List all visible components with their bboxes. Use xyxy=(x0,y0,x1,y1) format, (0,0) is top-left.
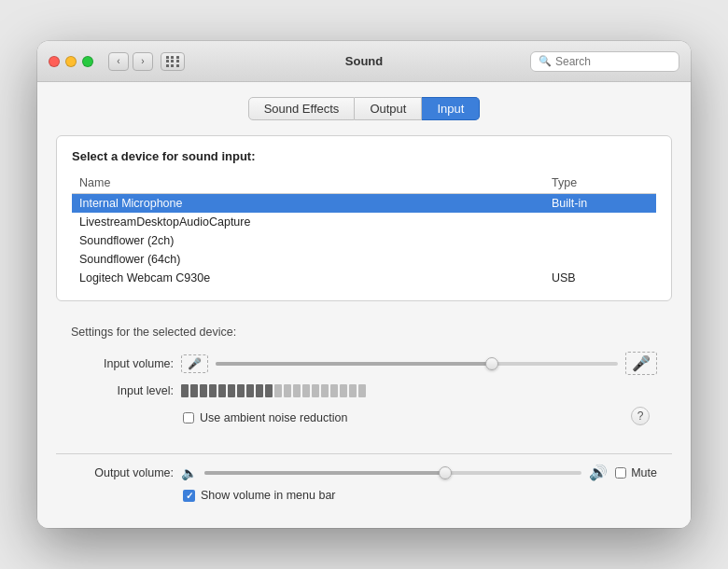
device-type xyxy=(544,231,656,250)
input-volume-label: Input volume: xyxy=(71,357,174,370)
level-bar xyxy=(181,384,189,397)
level-bar xyxy=(228,384,235,397)
separator xyxy=(56,453,672,454)
device-panel: Select a device for sound input: Name Ty… xyxy=(56,135,672,301)
search-box[interactable]: 🔍 xyxy=(530,51,679,72)
help-button[interactable]: ? xyxy=(631,407,650,425)
level-bar xyxy=(321,384,329,397)
device-name: Soundflower (64ch) xyxy=(72,250,544,269)
bottom-section: Output volume: 🔈 🔊 Mute Show volume in xyxy=(56,464,672,509)
level-bar xyxy=(265,384,273,397)
search-icon: 🔍 xyxy=(539,55,552,67)
level-bar xyxy=(209,384,217,397)
output-volume-label: Output volume: xyxy=(71,466,174,479)
level-bar xyxy=(330,384,338,397)
level-bar xyxy=(284,384,291,397)
level-bar xyxy=(256,384,263,397)
forward-button[interactable]: › xyxy=(133,52,153,71)
table-row[interactable]: Soundflower (64ch) xyxy=(72,250,656,269)
col-name: Name xyxy=(72,174,544,194)
show-menubar-checkbox[interactable] xyxy=(183,490,195,502)
output-volume-slider-container xyxy=(204,471,581,475)
show-menubar-label: Show volume in menu bar xyxy=(201,489,336,502)
maximize-button[interactable] xyxy=(82,56,93,67)
device-type xyxy=(544,250,656,269)
level-bar xyxy=(190,384,198,397)
level-bar xyxy=(246,384,254,397)
mute-label: Mute xyxy=(631,466,657,479)
device-name: Internal Microphone xyxy=(72,194,544,214)
level-bar xyxy=(340,384,347,397)
output-volume-row: Output volume: 🔈 🔊 Mute xyxy=(71,464,657,481)
device-type: Built-in xyxy=(544,194,656,214)
mic-icon-small-box: 🎤 xyxy=(181,354,208,373)
device-type xyxy=(544,213,656,231)
ambient-noise-row: Use ambient noise reduction ? xyxy=(183,407,657,425)
ambient-noise-label: Use ambient noise reduction xyxy=(200,411,347,424)
window-title: Sound xyxy=(345,54,383,68)
show-menubar-row: Show volume in menu bar xyxy=(183,489,657,502)
table-row[interactable]: Logitech Webcam C930e USB xyxy=(72,269,656,287)
level-bar xyxy=(358,384,366,397)
minimize-button[interactable] xyxy=(65,56,77,67)
mic-icon-large: 🎤 xyxy=(632,354,651,372)
output-volume-track[interactable] xyxy=(204,471,581,475)
mic-icon-large-box: 🎤 xyxy=(625,352,657,375)
mute-area: Mute xyxy=(615,466,657,479)
table-row[interactable]: LivestreamDesktopAudioCapture xyxy=(72,213,656,231)
input-volume-slider-container xyxy=(216,362,618,366)
level-bar xyxy=(302,384,310,397)
device-name: LivestreamDesktopAudioCapture xyxy=(72,213,544,231)
settings-section: Settings for the selected device: Input … xyxy=(56,316,672,442)
close-button[interactable] xyxy=(49,56,60,67)
level-bar xyxy=(237,384,245,397)
nav-buttons: ‹ › xyxy=(108,52,185,71)
main-window: ‹ › Sound 🔍 Sound Effects Output Input xyxy=(37,41,691,528)
tab-input[interactable]: Input xyxy=(422,97,480,120)
device-name: Soundflower (2ch) xyxy=(72,231,544,250)
titlebar: ‹ › Sound 🔍 xyxy=(37,41,691,82)
grid-view-button[interactable] xyxy=(161,52,185,71)
input-level-label: Input level: xyxy=(71,384,174,397)
input-volume-track[interactable] xyxy=(216,362,618,366)
speaker-icon-loud: 🔊 xyxy=(589,464,608,481)
content-area: Sound Effects Output Input Select a devi… xyxy=(37,82,691,528)
table-row[interactable]: Soundflower (2ch) xyxy=(72,231,656,250)
traffic-lights xyxy=(49,56,93,67)
input-level-row: Input level: xyxy=(71,384,657,397)
panel-title: Select a device for sound input: xyxy=(72,149,656,163)
ambient-noise-checkbox[interactable] xyxy=(183,412,194,423)
tab-sound-effects[interactable]: Sound Effects xyxy=(248,97,356,120)
output-volume-thumb[interactable] xyxy=(439,466,452,479)
level-bar xyxy=(349,384,357,397)
tab-output[interactable]: Output xyxy=(355,97,422,120)
speaker-icon-quiet: 🔈 xyxy=(181,465,197,480)
level-bar xyxy=(312,384,319,397)
input-volume-fill xyxy=(216,362,497,366)
settings-title: Settings for the selected device: xyxy=(71,326,657,339)
mic-icon-small: 🎤 xyxy=(188,357,202,370)
level-bar xyxy=(218,384,226,397)
level-bar xyxy=(274,384,282,397)
tab-bar: Sound Effects Output Input xyxy=(56,97,672,120)
input-level-meter xyxy=(181,384,657,397)
grid-icon xyxy=(166,56,180,67)
level-bar xyxy=(200,384,207,397)
input-volume-thumb[interactable] xyxy=(485,357,498,370)
col-type: Type xyxy=(544,174,656,194)
ambient-noise-checkbox-row: Use ambient noise reduction xyxy=(183,411,347,424)
mute-checkbox[interactable] xyxy=(615,467,626,479)
output-volume-fill xyxy=(204,471,450,475)
input-volume-row: Input volume: 🎤 🎤 xyxy=(71,352,657,375)
back-button[interactable]: ‹ xyxy=(108,52,129,71)
device-table: Name Type Internal Microphone Built-in L… xyxy=(72,174,656,287)
level-bar xyxy=(293,384,301,397)
device-name: Logitech Webcam C930e xyxy=(72,269,544,287)
search-input[interactable] xyxy=(555,55,671,68)
device-type: USB xyxy=(544,269,656,287)
table-row[interactable]: Internal Microphone Built-in xyxy=(72,194,656,214)
